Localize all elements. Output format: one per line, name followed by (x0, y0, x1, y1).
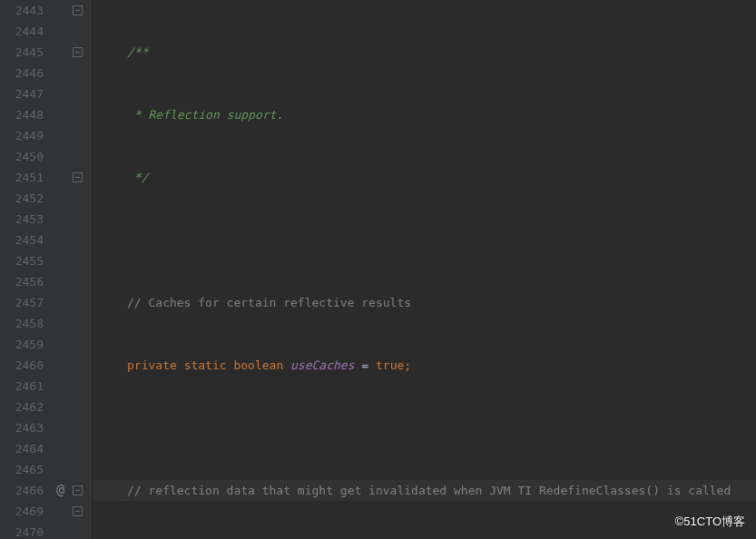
comment: // Caches for certain reflective results (127, 296, 411, 309)
line-number: 2466 (0, 480, 44, 501)
line-number: 2469 (0, 501, 44, 522)
line-number: 2454 (0, 230, 44, 250)
line-number: 2448 (0, 104, 44, 125)
doc-comment: */ (127, 171, 148, 184)
code-area[interactable]: /** * Reflection support. */ // Caches f… (91, 0, 756, 539)
line-number: 2455 (0, 250, 44, 271)
line-number-gutter: 2443 2444 2445 2446 2447 2448 2449 2450 … (0, 0, 53, 539)
fold-marker-icon[interactable] (73, 47, 83, 57)
line-number: 2453 (0, 209, 44, 230)
fold-marker-icon[interactable] (73, 172, 83, 182)
line-number: 2452 (0, 188, 44, 209)
override-gutter-icon[interactable]: @ (56, 480, 64, 501)
line-number: 2456 (0, 271, 44, 292)
line-number: 2458 (0, 313, 44, 334)
line-number: 2465 (0, 459, 44, 480)
fold-marker-icon[interactable] (73, 485, 83, 495)
line-number: 2449 (0, 125, 44, 146)
line-number: 2447 (0, 83, 44, 104)
line-number: 2446 (0, 63, 44, 83)
line-number: 2463 (0, 417, 44, 438)
line-number: 2459 (0, 334, 44, 355)
doc-comment: /** (127, 45, 148, 59)
line-number: 2462 (0, 397, 44, 417)
line-number: 2444 (0, 21, 44, 42)
fold-marker-icon[interactable] (73, 506, 83, 516)
line-number: 2450 (0, 146, 44, 167)
line-number: 2464 (0, 438, 44, 459)
line-number: 2461 (0, 376, 44, 397)
line-number: 2460 (0, 355, 44, 376)
line-number: 2451 (0, 167, 44, 188)
line-number: 2470 (0, 522, 44, 539)
fold-gutter: @ (53, 0, 91, 539)
line-number: 2443 (0, 0, 44, 21)
fold-marker-icon[interactable] (73, 5, 83, 15)
line-number: 2445 (0, 42, 44, 63)
line-number: 2457 (0, 292, 44, 313)
comment: // reflection data that might get invali… (127, 484, 731, 497)
doc-comment: * Reflection support. (127, 108, 283, 122)
code-editor[interactable]: 2443 2444 2445 2446 2447 2448 2449 2450 … (0, 0, 756, 539)
watermark: ©51CTO博客 (675, 511, 745, 532)
